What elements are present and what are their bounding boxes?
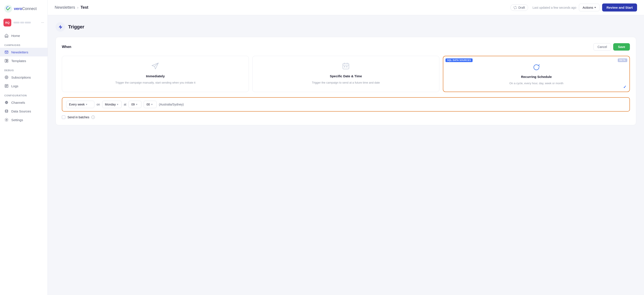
review-and-start-button[interactable]: Review and Start — [602, 4, 637, 12]
send-batches-checkbox[interactable] — [62, 116, 65, 119]
breadcrumb-parent[interactable]: Newsletters — [55, 5, 75, 10]
debug-section-label: DEBUG — [0, 65, 48, 73]
sql-data-sources-badge: SQL DATA SOURCES — [446, 58, 472, 62]
at-label: at — [124, 103, 126, 106]
specific-desc: Trigger the campaign to send at a future… — [312, 80, 380, 85]
trigger-options: Immediately Trigger the campaign manuall… — [62, 56, 630, 92]
selected-check-icon: ✓ — [623, 85, 626, 90]
send-icon — [152, 62, 159, 72]
svg-point-6 — [6, 77, 7, 78]
sidebar-item-templates[interactable]: Templates — [0, 56, 48, 65]
subscriptions-label: Subscriptions — [11, 76, 31, 79]
hour-value: 09 — [131, 103, 135, 106]
trigger-section-icon — [56, 22, 65, 32]
svg-rect-3 — [7, 59, 8, 60]
user-section: RQ ··· — [0, 16, 48, 30]
svg-rect-2 — [5, 59, 6, 62]
chevron-icon4: ▾ — [151, 103, 152, 106]
status-badge: Draft — [510, 4, 528, 11]
sidebar-item-logs[interactable]: Logs — [0, 82, 48, 90]
actions-label: Actions — [582, 6, 593, 9]
actions-button[interactable]: Actions ▾ — [579, 4, 600, 11]
specific-title: Specific Date & Time — [330, 74, 362, 78]
badge-row: SQL DATA SOURCES BETA — [443, 58, 630, 62]
page-body: Trigger When Cancel Save — [48, 15, 644, 295]
recurring-title: Recurring Schedule — [521, 75, 552, 78]
send-batches-row: Send in batches i — [62, 116, 630, 119]
immediately-title: Immediately — [146, 74, 165, 78]
trigger-option-recurring[interactable]: SQL DATA SOURCES BETA Recurring Schedule… — [443, 56, 630, 92]
more-icon[interactable]: ··· — [41, 20, 44, 24]
templates-icon — [4, 58, 9, 63]
campaigns-section-label: CAMPAIGNS — [0, 40, 48, 48]
svg-rect-10 — [343, 64, 349, 69]
svg-rect-1 — [5, 51, 8, 54]
home-icon — [4, 34, 9, 38]
card-actions: Cancel Save — [594, 43, 630, 50]
channels-label: Channels — [11, 101, 25, 104]
data-sources-icon — [4, 109, 9, 113]
review-label: Review and Start — [606, 6, 633, 9]
breadcrumb: Newsletters › Test — [55, 5, 88, 10]
chevron-icon: ▾ — [86, 103, 87, 106]
svg-point-0 — [4, 5, 12, 12]
minute-value: 00 — [146, 103, 150, 106]
every-week-select[interactable]: Every week ▾ — [66, 101, 94, 108]
hour-select[interactable]: 09 ▾ — [128, 101, 142, 108]
breadcrumb-separator: › — [77, 6, 78, 10]
subscriptions-icon — [4, 75, 9, 80]
settings-icon — [4, 118, 9, 122]
calendar-icon — [342, 62, 350, 72]
logs-icon — [4, 84, 9, 88]
when-label: When — [62, 45, 72, 49]
breadcrumb-current: Test — [80, 5, 88, 10]
sidebar: veroConnect RQ ··· Home CAMPAIGNS Newsle… — [0, 0, 48, 295]
logo-text: veroConnect — [14, 6, 37, 11]
logo-area: veroConnect — [0, 0, 48, 16]
save-button[interactable]: Save — [613, 43, 630, 50]
svg-point-5 — [5, 76, 8, 79]
header-actions: Draft Last updated a few seconds ago Act… — [510, 4, 637, 12]
sidebar-item-data-sources[interactable]: Data Sources — [0, 107, 48, 116]
svg-point-9 — [6, 120, 7, 120]
schedule-row: Every week ▾ on Monday ▾ at 09 ▾ 00 ▾ (A… — [62, 97, 630, 112]
trigger-card: When Cancel Save Immediately — [56, 37, 636, 125]
channels-icon — [4, 100, 9, 105]
dot2 — [20, 22, 24, 24]
immediately-desc: Trigger the campaign manually, start sen… — [115, 80, 195, 85]
send-batches-label: Send in batches — [68, 116, 89, 119]
cancel-button[interactable]: Cancel — [594, 43, 611, 50]
data-sources-label: Data Sources — [11, 110, 31, 113]
newsletters-label: Newsletters — [11, 50, 28, 54]
trigger-section-header: Trigger — [56, 22, 636, 32]
svg-rect-12 — [346, 66, 348, 67]
sidebar-item-home[interactable]: Home — [0, 31, 48, 40]
user-info — [14, 22, 39, 24]
sidebar-item-newsletters[interactable]: Newsletters — [0, 48, 48, 56]
on-label: on — [96, 103, 100, 106]
sidebar-item-settings[interactable]: Settings — [0, 116, 48, 124]
trigger-option-immediately[interactable]: Immediately Trigger the campaign manuall… — [62, 56, 249, 92]
sidebar-nav: Home CAMPAIGNS Newsletters Templates DEB… — [0, 30, 48, 295]
info-icon[interactable]: i — [91, 116, 95, 119]
chevron-icon2: ▾ — [117, 103, 118, 106]
svg-point-8 — [5, 110, 8, 111]
templates-label: Templates — [11, 59, 26, 63]
day-select[interactable]: Monday ▾ — [102, 101, 122, 108]
beta-badge: BETA — [618, 58, 627, 62]
home-label: Home — [11, 34, 20, 38]
newsletter-icon — [4, 50, 9, 54]
recurring-icon — [532, 62, 541, 72]
last-updated: Last updated a few seconds ago — [532, 6, 576, 9]
dot3 — [25, 22, 31, 24]
user-dots — [14, 22, 31, 24]
logs-label: Logs — [11, 84, 18, 88]
sidebar-item-subscriptions[interactable]: Subscriptions — [0, 73, 48, 82]
trigger-option-specific[interactable]: Specific Date & Time Trigger the campaig… — [252, 56, 440, 92]
minute-select[interactable]: 00 ▾ — [144, 101, 157, 108]
sidebar-item-channels[interactable]: Channels — [0, 98, 48, 107]
settings-label: Settings — [11, 118, 23, 122]
dot1 — [14, 22, 20, 24]
avatar: RQ — [4, 19, 11, 26]
vero-logo-icon — [4, 5, 12, 12]
